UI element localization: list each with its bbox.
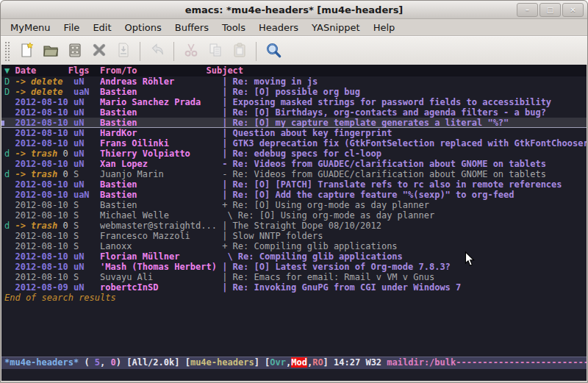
from-cell: Juanjo Marin — [100, 169, 222, 179]
date-cell: 2012-08-10 — [15, 272, 73, 282]
menu-item-options[interactable]: Options — [118, 21, 168, 35]
message-row[interactable]: 2012-08-10uNFlorian Müllner \ Re: Compil… — [1, 251, 587, 262]
mode-line: *mu4e-headers* ( 5, 0) [All/2.0k] [mu4e-… — [1, 357, 587, 369]
message-row[interactable]: 2012-08-10uNBastien| Re: [O] my capture … — [1, 118, 587, 128]
maximize-button[interactable]: □ — [539, 3, 561, 17]
save-as-icon — [115, 41, 132, 62]
toolbar-separator — [256, 42, 257, 61]
flags-cell: S — [74, 272, 100, 282]
mark-indicator — [4, 190, 15, 200]
flags-cell: S — [74, 221, 100, 231]
message-row[interactable]: D-> deleteuNAndreas Röhler| Re: moving i… — [1, 76, 587, 87]
subject-cell: | Question about key fingerprint — [222, 128, 587, 138]
menu-item-edit[interactable]: Edit — [86, 21, 118, 35]
column-header-from[interactable]: From/To — [100, 65, 222, 76]
menu-item-help[interactable]: Help — [367, 21, 402, 35]
column-header-subject[interactable]: Subject — [206, 65, 570, 76]
from-cell: webmaster@straightd... — [100, 221, 222, 231]
toolbar — [1, 36, 587, 66]
copy-button — [203, 40, 227, 63]
from-cell: Bastien — [100, 118, 222, 127]
flags-cell: S — [74, 241, 100, 251]
subject-cell: | Re: [O] [PATCH] Translate refs to rc a… — [222, 179, 587, 190]
from-cell: Thierry Volpiatto — [100, 148, 222, 159]
flags-cell: uN — [74, 97, 100, 107]
date-cell: 2012-08-10 — [15, 118, 73, 127]
subject-cell: | Re: Invoking GnuPG from CGI under Wind… — [222, 282, 587, 293]
new-file-button[interactable] — [14, 40, 38, 63]
paste-button — [227, 40, 251, 63]
close-button[interactable]: ✕ — [562, 3, 584, 17]
modeline-segment-n1: 5 — [95, 357, 100, 368]
date-cell: 2012-08-10 — [15, 97, 73, 107]
message-row[interactable]: d-> trash 0Swebmaster@straightd...| The … — [1, 221, 587, 231]
cut-icon — [182, 41, 200, 62]
titlebar[interactable]: emacs: *mu4e-headers* [mu4e-headers] –□✕ — [1, 1, 587, 19]
message-row[interactable]: d-> trash 0SJuanjo Marin- Re: Videos fro… — [1, 169, 587, 179]
menu-item-tools[interactable]: Tools — [215, 21, 252, 35]
header-line: ▼ Date Flgs From/To Subject — [1, 65, 587, 76]
message-row[interactable]: 2012-08-10SMichael Welle \ Re: [O] Using… — [1, 210, 587, 221]
open-folder-button[interactable] — [38, 40, 62, 63]
from-cell: Frans Oilinki — [100, 138, 222, 148]
subject-cell: | Re: [O] possible org bug — [222, 87, 587, 97]
echo-area[interactable] — [1, 369, 587, 381]
mark-indicator — [4, 128, 15, 138]
from-cell: HardKor — [100, 128, 222, 138]
date-cell: 2012-08-10 — [15, 107, 73, 118]
modeline-segment-ovr: Ovr — [270, 357, 286, 368]
message-row[interactable]: D-> deleteuaNBastien| Re: [O] possible o… — [1, 87, 587, 97]
cut-button — [179, 40, 203, 63]
mark-target-cell: -> trash 0 — [15, 169, 73, 179]
from-cell: Bastien — [100, 107, 222, 118]
flags-cell: uN — [74, 251, 100, 262]
modeline-segment-n2: 0 — [111, 357, 116, 368]
message-row[interactable]: 2012-08-10uNXan Lopez- Re: Videos from G… — [1, 159, 587, 169]
mark-indicator — [4, 179, 15, 190]
modeline-segment-def: ] 14:27 W32 — [323, 357, 387, 368]
column-header-date[interactable]: Date — [15, 65, 73, 76]
menu-item-yasnippet[interactable]: YASnippet — [305, 21, 367, 35]
menu-item-buffers[interactable]: Buffers — [168, 21, 215, 35]
message-row[interactable]: 2012-08-10uNBastien| Re: [O] Birthdays, … — [1, 107, 587, 118]
flags-cell: uN — [74, 179, 100, 190]
flags-cell: uN — [74, 107, 100, 118]
save-button[interactable] — [62, 40, 87, 63]
message-row[interactable]: 2012-08-09uNrobertcInSD| Re: Invoking Gn… — [1, 282, 587, 293]
menu-item-mymenu[interactable]: MyMenu — [4, 21, 57, 35]
mark-indicator — [4, 107, 15, 118]
modeline-segment-dash: --------------------------- — [456, 357, 587, 368]
message-row[interactable]: d-> trash 0uNThierry Volpiatto| Re: edeb… — [1, 148, 587, 159]
message-row[interactable]: 2012-08-10SBastien+ Re: [O] Using org-mo… — [1, 200, 587, 210]
menu-item-file[interactable]: File — [57, 21, 87, 35]
flags-cell: uaN — [74, 87, 100, 97]
subject-cell: | Re: Emacs for email: Rmail v VM v Gnus — [222, 272, 587, 282]
message-row[interactable]: 2012-08-10SSuvayu Ali| Re: Emacs for ema… — [1, 272, 587, 282]
date-cell: 2012-08-10 — [15, 159, 73, 169]
message-row[interactable]: 2012-08-10uNBastien| Re: [O] [PATCH] Tra… — [1, 179, 587, 190]
message-row[interactable]: 2012-08-10SLanoxx+ Re: Compiling glib ap… — [1, 241, 587, 251]
mark-indicator — [4, 262, 15, 272]
search-button[interactable] — [261, 40, 285, 63]
message-row[interactable]: 2012-08-10SFrancesco Mazzoli| Slow NNTP … — [1, 231, 587, 241]
message-row[interactable]: 2012-08-10uN'Mash (Thomas Herbert)| Re: … — [1, 262, 587, 272]
flags-cell: uN — [74, 148, 100, 159]
subject-cell: | Slow NNTP folders — [222, 231, 587, 241]
toolbar-drag-handle[interactable] — [4, 41, 11, 62]
flags-cell: uN — [74, 138, 100, 148]
message-row[interactable]: 2012-08-10uNHardKor| Question about key … — [1, 128, 587, 138]
flags-cell: uN — [74, 118, 100, 127]
message-row[interactable]: 2012-08-10uaNBastien| Re: [O] Add the ca… — [1, 190, 587, 200]
menu-item-headers[interactable]: Headers — [252, 21, 305, 35]
date-cell: 2012-08-10 — [15, 190, 73, 200]
close-button[interactable] — [87, 40, 111, 63]
minimize-button[interactable]: – — [517, 3, 538, 17]
column-header-flags[interactable]: Flgs — [68, 65, 95, 76]
date-cell: 2012-08-10 — [15, 262, 73, 272]
from-cell: Mario Sanchez Prada — [100, 97, 222, 107]
message-row[interactable]: 2012-08-10uNMario Sanchez Prada| Exposin… — [1, 97, 587, 107]
mark-indicator: d — [4, 169, 15, 179]
message-row[interactable]: 2012-08-10uNFrans Oilinki| GTK3 deprecat… — [1, 138, 587, 148]
mark-indicator: d — [4, 148, 15, 159]
mu4e-headers-buffer[interactable]: ▼ Date Flgs From/To Subject D-> deleteuN… — [1, 65, 587, 381]
